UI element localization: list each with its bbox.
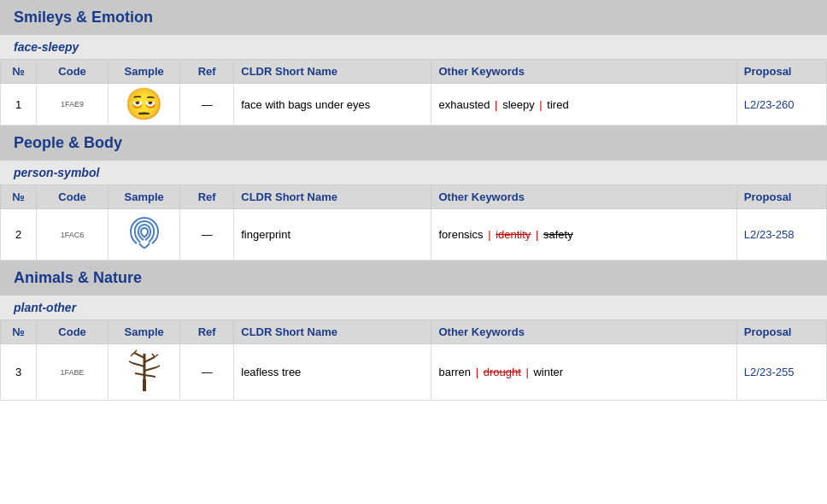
row-sample bbox=[109, 209, 180, 261]
row-ref: — bbox=[180, 344, 234, 401]
row-number: 3 bbox=[1, 344, 37, 401]
proposal-link[interactable]: L2/23-258 bbox=[744, 228, 795, 241]
tree-image bbox=[127, 349, 161, 392]
col-header-proposal: Proposal bbox=[736, 320, 826, 344]
section-header-animals-nature: Animals & Nature bbox=[0, 261, 827, 296]
section-header-people-body: People & Body bbox=[0, 126, 827, 161]
keyword-separator: | bbox=[536, 228, 538, 241]
col-header-keywords: Other Keywords bbox=[431, 60, 736, 84]
table-header-row: № Code Sample Ref CLDR Short Name Other … bbox=[1, 60, 827, 84]
table-row: 2 1FAC6 — fingerprint forensics | identi… bbox=[1, 209, 827, 261]
col-header-code: Code bbox=[37, 60, 109, 84]
col-header-cldr: CLDR Short Name bbox=[234, 320, 431, 344]
svg-line-13 bbox=[156, 366, 160, 367]
svg-line-2 bbox=[134, 353, 144, 358]
subsection-header-face-sleepy: face-sleepy bbox=[0, 35, 827, 59]
table-row: 1 1FAE9 🫩 — face with bags under eyes ex… bbox=[1, 84, 827, 126]
fingerprint-image bbox=[127, 214, 161, 252]
col-header-code: Code bbox=[37, 320, 109, 344]
emoji-table-person-symbol: № Code Sample Ref CLDR Short Name Other … bbox=[0, 185, 827, 261]
row-proposal: L2/23-260 bbox=[736, 84, 826, 126]
keyword-text: tired bbox=[547, 98, 568, 111]
svg-line-5 bbox=[144, 367, 156, 371]
keyword-strikethrough: safety bbox=[543, 228, 573, 241]
col-header-keywords: Other Keywords bbox=[431, 320, 736, 344]
col-header-proposal: Proposal bbox=[736, 185, 826, 209]
row-cldr-name: leafless tree bbox=[234, 344, 431, 401]
row-number: 1 bbox=[1, 84, 37, 126]
col-header-proposal: Proposal bbox=[736, 60, 826, 84]
keyword-text: forensics bbox=[438, 228, 483, 241]
col-header-cldr: CLDR Short Name bbox=[234, 185, 431, 209]
keyword-separator: | bbox=[476, 366, 478, 378]
row-code: 1FAE9 bbox=[37, 84, 109, 126]
subsection-header-plant-other: plant-other bbox=[0, 296, 827, 319]
svg-line-4 bbox=[132, 363, 144, 366]
keyword-separator: | bbox=[488, 228, 490, 241]
table-row: 3 1FABE — leafless tree bbox=[1, 344, 827, 401]
col-header-keywords: Other Keywords bbox=[431, 185, 736, 209]
col-header-no: № bbox=[1, 60, 37, 84]
row-proposal: L2/23-258 bbox=[736, 209, 826, 261]
col-header-no: № bbox=[1, 185, 37, 209]
keyword-separator: | bbox=[495, 98, 497, 111]
svg-line-7 bbox=[144, 375, 155, 377]
svg-rect-0 bbox=[143, 379, 146, 391]
table-header-row: № Code Sample Ref CLDR Short Name Other … bbox=[1, 320, 827, 344]
subsection-header-person-symbol: person-symbol bbox=[0, 161, 827, 185]
col-header-code: Code bbox=[37, 185, 109, 209]
proposal-link[interactable]: L2/23-255 bbox=[744, 366, 795, 378]
row-proposal: L2/23-255 bbox=[736, 344, 826, 401]
row-cldr-name: fingerprint bbox=[234, 209, 431, 261]
keyword-text: sleepy bbox=[502, 98, 535, 111]
emoji-table-plant-other: № Code Sample Ref CLDR Short Name Other … bbox=[0, 319, 827, 401]
row-code: 1FABE bbox=[37, 344, 109, 401]
svg-line-9 bbox=[134, 350, 137, 353]
col-header-sample: Sample bbox=[109, 185, 180, 209]
svg-line-6 bbox=[135, 373, 144, 375]
col-header-no: № bbox=[1, 320, 37, 344]
proposal-link[interactable]: L2/23-260 bbox=[744, 98, 795, 111]
svg-line-12 bbox=[129, 361, 132, 363]
table-header-row: № Code Sample Ref CLDR Short Name Other … bbox=[1, 185, 827, 209]
section-header-smileys-emotion: Smileys & Emotion bbox=[0, 0, 827, 35]
keyword-separator: | bbox=[525, 366, 528, 378]
row-keywords: exhausted | sleepy | tired bbox=[431, 84, 736, 126]
row-sample: 🫩 bbox=[109, 84, 180, 126]
svg-line-8 bbox=[131, 353, 134, 356]
emoji-sample: 🫩 bbox=[125, 86, 163, 121]
row-keywords: barren | drought | winter bbox=[431, 344, 736, 401]
row-cldr-name: face with bags under eyes bbox=[234, 84, 431, 126]
keyword-strikethrough-red: identity bbox=[496, 228, 531, 241]
col-header-ref: Ref bbox=[180, 60, 234, 84]
keyword-text: exhausted bbox=[438, 98, 490, 111]
row-ref: — bbox=[180, 209, 234, 261]
keyword-strikethrough-red: drought bbox=[484, 366, 521, 378]
svg-line-11 bbox=[152, 354, 155, 357]
svg-line-3 bbox=[144, 357, 155, 362]
svg-line-10 bbox=[155, 355, 158, 357]
col-header-ref: Ref bbox=[180, 185, 234, 209]
keyword-separator: | bbox=[539, 98, 542, 111]
col-header-cldr: CLDR Short Name bbox=[234, 60, 431, 84]
row-sample bbox=[109, 344, 180, 401]
col-header-ref: Ref bbox=[180, 320, 234, 344]
row-code: 1FAC6 bbox=[37, 209, 109, 261]
emoji-table-face-sleepy: № Code Sample Ref CLDR Short Name Other … bbox=[0, 59, 827, 126]
keyword-text: winter bbox=[533, 366, 563, 378]
row-number: 2 bbox=[1, 209, 37, 261]
row-ref: — bbox=[180, 84, 234, 126]
col-header-sample: Sample bbox=[109, 320, 180, 344]
row-keywords: forensics | identity | safety bbox=[431, 209, 736, 261]
col-header-sample: Sample bbox=[109, 60, 180, 84]
keyword-text: barren bbox=[438, 366, 471, 378]
